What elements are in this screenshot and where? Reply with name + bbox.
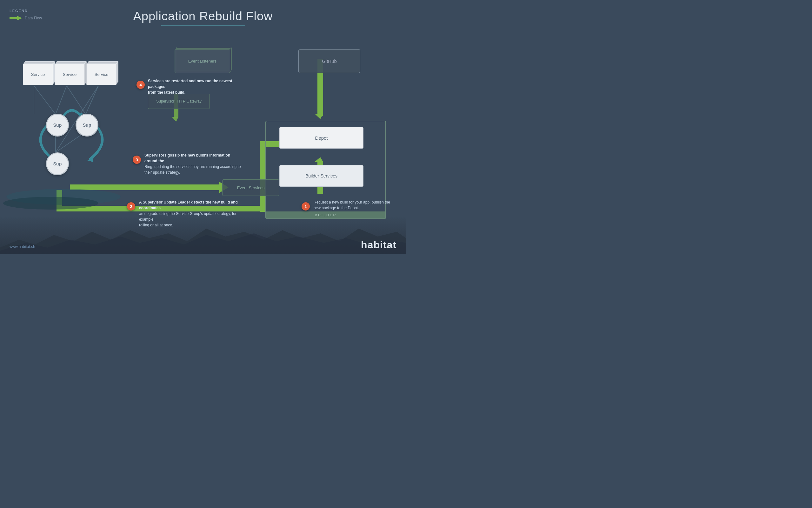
step-3-badge: 3 [133, 156, 141, 164]
svg-marker-23 [172, 117, 178, 122]
svg-rect-12 [70, 184, 219, 190]
svg-point-25 [3, 197, 98, 210]
footer-brand: habitat [361, 239, 397, 251]
builder-services-box: Builder Services [279, 165, 363, 187]
svg-marker-17 [315, 114, 323, 119]
supervisor-3: Sup [46, 153, 69, 175]
svg-line-2 [34, 86, 55, 114]
event-listeners-label: Event Listeners [175, 49, 230, 73]
svg-line-5 [86, 86, 98, 114]
supervisor-gateway-box: Supervisor HTTP Gateway [148, 94, 210, 109]
step-1-text: Request a new build for your app, publis… [314, 199, 390, 211]
step-1-badge: 1 [302, 202, 310, 211]
service-3: Service [86, 64, 117, 85]
supervisor-2: Sup [76, 114, 98, 136]
step-3-text: Supervisors gossip the new build's infor… [144, 153, 243, 175]
svg-line-3 [55, 86, 67, 114]
github-box: GitHub [299, 49, 360, 73]
step-4-text: Services are restarted and now run the n… [148, 78, 243, 95]
service-3-label: Service [86, 64, 117, 85]
supervisor-1: Sup [46, 114, 69, 136]
builder-label: BUILDER [266, 211, 386, 218]
service-2-label: Service [55, 64, 85, 85]
step-4-badge: 4 [136, 81, 145, 89]
step-2-badge: 2 [127, 202, 135, 211]
service-1-label: Service [23, 64, 53, 85]
service-1: Service [23, 64, 53, 85]
svg-rect-21 [260, 141, 265, 212]
event-services-box: Event Services [222, 179, 279, 196]
event-listeners-box: Event Listeners [175, 49, 230, 73]
step-2-text: A Supervisor Update Leader detects the n… [139, 199, 250, 228]
footer-url: www.habitat.sh [9, 245, 35, 249]
depot-box: Depot [279, 127, 363, 149]
service-2: Service [55, 64, 85, 85]
